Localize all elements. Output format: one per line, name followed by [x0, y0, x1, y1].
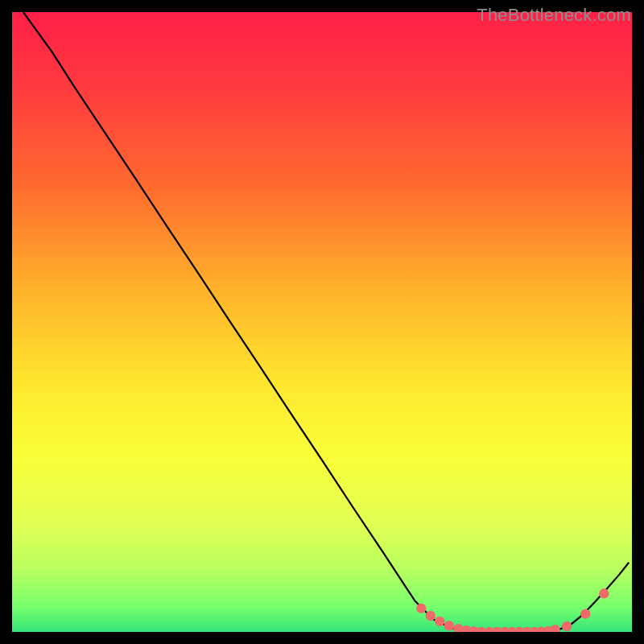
scatter-point [435, 617, 444, 626]
bottleneck-chart [12, 12, 632, 632]
watermark-text: TheBottleneck.com [477, 5, 631, 26]
scatter-point [416, 604, 426, 613]
scatter-point [599, 588, 609, 598]
scatter-point [562, 621, 572, 631]
chart-background [12, 12, 632, 632]
scatter-point [444, 621, 454, 630]
scatter-point [580, 609, 590, 618]
scatter-point [426, 611, 436, 621]
chart-frame [12, 12, 632, 632]
